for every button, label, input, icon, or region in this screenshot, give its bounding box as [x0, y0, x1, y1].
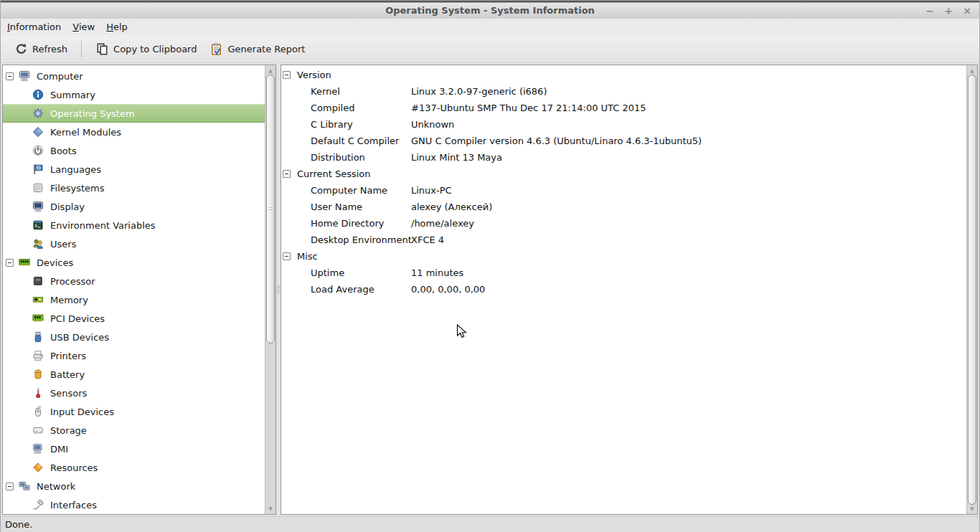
sidebar-item-label: Processor [50, 276, 95, 287]
expander-minus-icon[interactable] [283, 252, 291, 260]
info-row-distribution[interactable]: DistributionLinux Mint 13 Maya [281, 149, 966, 166]
sidebar-item-label: Storage [50, 425, 87, 436]
info-field-value: GNU C Compiler version 4.6.3 (Ubuntu/Lin… [411, 136, 702, 146]
sidebar-item-interfaces[interactable]: Interfaces [3, 495, 265, 514]
module-icon [32, 126, 44, 138]
statusbar: Done. [1, 516, 979, 532]
info-row-compiled[interactable]: Compiled#137-Ubuntu SMP Thu Dec 17 21:14… [281, 100, 966, 116]
main-scrollbar[interactable]: ▲ ▼ [966, 65, 977, 514]
scroll-down-icon[interactable]: ▼ [967, 504, 977, 513]
minimize-button[interactable]: − [925, 6, 935, 16]
sidebar-item-kernel-modules[interactable]: Kernel Modules [3, 123, 265, 141]
info-field-name: C Library [311, 119, 353, 130]
expander-minus-icon[interactable] [6, 259, 14, 267]
info-group-label: Misc [297, 251, 318, 262]
sidebar-item-label: Battery [50, 369, 85, 380]
sidebar-item-label: Languages [50, 164, 101, 175]
info-row-default-c-compiler[interactable]: Default C CompilerGNU C Compiler version… [281, 133, 966, 149]
maximize-button[interactable]: + [943, 6, 953, 16]
info-row-c-library[interactable]: C LibraryUnknown [281, 116, 966, 133]
info-row-home-directory[interactable]: Home Directory/home/alexey [281, 215, 966, 232]
sidebar-item-languages[interactable]: Languages [3, 160, 265, 179]
sidebar-item-environment-variables[interactable]: Environment Variables [3, 216, 265, 234]
sidebar-item-label: PCI Devices [50, 313, 105, 324]
sidebar-item-label: Devices [37, 257, 73, 268]
menu-information[interactable]: Information [3, 19, 68, 35]
status-text: Done. [5, 519, 32, 530]
sidebar: ComputerSummaryOperating SystemKernel Mo… [2, 65, 276, 515]
sidebar-scrollbar[interactable]: ▲ ▼ [265, 65, 275, 514]
expander-minus-icon[interactable] [283, 71, 291, 79]
info-group-label: Version [297, 70, 331, 80]
info-field-value: Linux 3.2.0-97-generic (i686) [411, 86, 547, 97]
pane-splitter[interactable] [276, 65, 281, 515]
window-controls: − + × [925, 2, 972, 19]
sidebar-item-devices[interactable]: Devices [3, 253, 265, 272]
main-scrollbar-thumb[interactable] [968, 75, 976, 505]
sidebar-item-summary[interactable]: Summary [3, 85, 265, 104]
info-row-uptime[interactable]: Uptime11 minutes [281, 265, 966, 281]
sidebar-item-display[interactable]: Display [3, 197, 265, 216]
app-window: Operating System - System Information − … [0, 0, 980, 532]
sidebar-item-battery[interactable]: Battery [3, 365, 265, 384]
sidebar-item-filesystems[interactable]: Filesystems [3, 179, 265, 197]
sidebar-item-dmi[interactable]: DMI [3, 440, 265, 458]
sidebar-item-processor[interactable]: Processor [3, 272, 265, 290]
memory-icon [32, 294, 44, 305]
expander-minus-icon[interactable] [283, 170, 291, 178]
interface-icon [32, 499, 44, 510]
sidebar-item-label: Users [50, 239, 76, 250]
info-group-misc[interactable]: Misc [281, 248, 966, 265]
refresh-button[interactable]: Refresh [8, 39, 74, 58]
info-row-load-average[interactable]: Load Average0,00, 0,00, 0,00 [281, 281, 966, 298]
sidebar-item-boots[interactable]: Boots [3, 141, 265, 160]
sidebar-item-network[interactable]: Network [3, 477, 265, 495]
sidebar-item-pci-devices[interactable]: PCI Devices [3, 309, 265, 328]
sidebar-item-usb-devices[interactable]: USB Devices [3, 328, 265, 346]
info-field-name: Kernel [311, 86, 340, 97]
sidebar-item-label: Kernel Modules [50, 127, 121, 138]
window-title: Operating System - System Information [385, 4, 595, 16]
sidebar-scrollbar-thumb[interactable] [266, 75, 275, 343]
info-row-desktop-environment[interactable]: Desktop EnvironmentXFCE 4 [281, 232, 966, 248]
sidebar-item-users[interactable]: Users [3, 234, 265, 253]
info-row-user-name[interactable]: User Namealexey (Алексей) [281, 199, 966, 215]
info-group-current-session[interactable]: Current Session [281, 166, 966, 182]
info-group-version[interactable]: Version [281, 67, 966, 83]
sidebar-item-sensors[interactable]: Sensors [3, 384, 265, 402]
storage-icon [32, 424, 44, 436]
sidebar-item-operating-system[interactable]: Operating System [3, 104, 265, 123]
sidebar-item-printers[interactable]: Printers [3, 346, 265, 365]
report-icon [209, 43, 222, 54]
display-icon [32, 201, 44, 212]
sidebar-item-resources[interactable]: Resources [3, 458, 265, 477]
computer-icon [18, 70, 31, 82]
menu-view[interactable]: View [68, 19, 102, 35]
refresh-icon [14, 43, 27, 54]
info-field-name: Distribution [311, 152, 365, 163]
info-row-kernel[interactable]: KernelLinux 3.2.0-97-generic (i686) [281, 83, 966, 100]
sidebar-item-memory[interactable]: Memory [3, 290, 265, 309]
info-field-name: User Name [311, 201, 362, 212]
sidebar-item-input-devices[interactable]: Input Devices [3, 402, 265, 421]
expander-minus-icon[interactable] [6, 72, 14, 80]
generate-report-button[interactable]: Generate Report [203, 39, 311, 58]
scroll-down-icon[interactable]: ▼ [265, 504, 275, 513]
flag-icon [32, 163, 44, 175]
toolbar-button-label: Copy to Clipboard [113, 44, 197, 54]
close-button[interactable]: × [962, 6, 972, 16]
sidebar-item-computer[interactable]: Computer [3, 67, 265, 85]
copy-to-clipboard-button[interactable]: Copy to Clipboard [89, 39, 203, 58]
menu-help[interactable]: Help [102, 19, 135, 35]
expander-minus-icon[interactable] [6, 483, 14, 490]
titlebar[interactable]: Operating System - System Information − … [1, 0, 979, 19]
users-icon [32, 238, 44, 250]
info-field-value: #137-Ubuntu SMP Thu Dec 17 21:14:00 UTC … [411, 103, 646, 113]
info-field-value: XFCE 4 [411, 234, 444, 245]
info-group-label: Current Session [297, 168, 371, 179]
sidebar-item-label: Memory [50, 295, 88, 305]
sidebar-item-label: Environment Variables [50, 220, 156, 231]
sidebar-item-label: Computer [37, 71, 83, 82]
info-row-computer-name[interactable]: Computer NameLinux-PC [281, 182, 966, 199]
sidebar-item-storage[interactable]: Storage [3, 421, 265, 440]
